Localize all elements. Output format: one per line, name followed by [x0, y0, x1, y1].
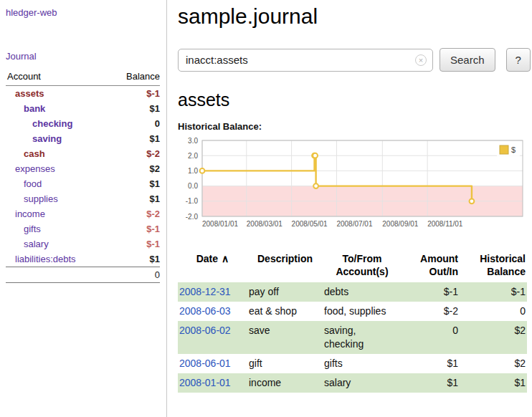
- search-input-wrap: ×: [178, 49, 433, 72]
- header-line: To/From: [324, 252, 400, 265]
- svg-text:2008/05/01: 2008/05/01: [292, 220, 328, 228]
- account-link[interactable]: checking: [32, 118, 72, 129]
- transaction-date-link[interactable]: 2008-01-01: [179, 377, 231, 388]
- legend-label: $: [511, 145, 516, 154]
- svg-text:2008/01/01: 2008/01/01: [202, 220, 238, 228]
- account-row: expenses$2: [6, 161, 160, 176]
- transaction-accounts: salary: [323, 373, 402, 393]
- account-column-header: Account: [6, 71, 108, 86]
- svg-text:2008/11/01: 2008/11/01: [427, 220, 463, 228]
- transaction-accounts: saving,checking: [323, 321, 402, 354]
- transaction-description: pay off: [247, 282, 323, 302]
- transaction-date-cell: 2008-06-02: [178, 321, 247, 354]
- account-total-value: 0: [108, 267, 160, 283]
- help-button[interactable]: ?: [506, 48, 531, 72]
- svg-text:-1.0: -1.0: [186, 197, 199, 205]
- account-name-cell: cash: [6, 146, 108, 161]
- transaction-date-link[interactable]: 2008-12-31: [179, 286, 231, 297]
- account-name-cell: bank: [6, 101, 108, 116]
- legend-swatch: [500, 145, 508, 154]
- header-line: Out/In: [403, 265, 458, 278]
- transaction-amount: $1: [402, 354, 460, 373]
- clear-search-icon[interactable]: ×: [415, 54, 427, 66]
- transaction-date-link[interactable]: 2008-06-02: [179, 325, 231, 336]
- account-row: liabilities:debts$1: [6, 251, 160, 267]
- balance-chart: -2.0-1.00.01.02.03.02008/01/012008/03/01…: [178, 136, 531, 240]
- account-name-cell: checking: [6, 116, 108, 131]
- transaction-date-cell: 2008-12-31: [178, 282, 247, 302]
- register-row: 2008-06-03eat & shopfood, supplies$-20: [178, 302, 527, 321]
- account-row: checking0: [6, 116, 160, 131]
- account-link[interactable]: liabilities:debts: [15, 254, 76, 264]
- account-balance: $-1: [108, 86, 160, 102]
- transaction-description: gift: [247, 354, 323, 373]
- account-row: saving$1: [6, 131, 160, 146]
- register-column-header: HistoricalBalance: [460, 251, 527, 282]
- account-row: cash$-2: [6, 146, 160, 161]
- register-column-header[interactable]: Date∧: [178, 251, 247, 282]
- account-link[interactable]: supplies: [24, 193, 58, 204]
- header-line: Amount: [403, 252, 458, 265]
- transaction-running-balance: 0: [460, 302, 527, 321]
- account-link[interactable]: bank: [24, 103, 45, 114]
- transaction-date-cell: 2008-06-01: [178, 354, 247, 373]
- account-link[interactable]: food: [24, 178, 42, 189]
- sidebar: hledger-web Journal Account Balance asse…: [0, 0, 167, 417]
- search-input[interactable]: [178, 49, 433, 72]
- search-bar: × Search ?: [178, 48, 531, 72]
- account-name-cell: gifts: [6, 221, 108, 236]
- account-balance: $-2: [108, 206, 160, 221]
- account-total-spacer: [6, 267, 108, 283]
- register-table: Date∧DescriptionTo/FromAccount(s)AmountO…: [178, 251, 527, 393]
- account-link[interactable]: gifts: [24, 224, 41, 234]
- header-line: Date∧: [179, 252, 246, 265]
- header-line: Historical: [461, 252, 526, 265]
- account-balance: $1: [108, 176, 160, 191]
- account-link[interactable]: assets: [15, 88, 44, 99]
- header-line: Account(s): [324, 265, 400, 278]
- account-tree: Account Balance assets$-1bank$1checking0…: [6, 71, 160, 283]
- transaction-accounts: food, supplies: [323, 302, 402, 321]
- transaction-date-link[interactable]: 2008-06-03: [179, 305, 231, 317]
- account-balance: $1: [108, 131, 160, 146]
- transaction-description: save: [247, 321, 323, 354]
- account-link[interactable]: cash: [24, 148, 45, 159]
- transaction-accounts: debts: [323, 282, 402, 302]
- account-row: bank$1: [6, 101, 160, 116]
- svg-text:1.0: 1.0: [188, 167, 198, 175]
- account-name-cell: expenses: [6, 161, 108, 176]
- transaction-running-balance: $2: [460, 354, 527, 373]
- account-tree-body: assets$-1bank$1checking0saving$1cash$-2e…: [6, 86, 160, 267]
- account-name-cell: assets: [6, 86, 108, 102]
- account-balance: $-1: [108, 221, 160, 236]
- account-row: salary$-1: [6, 236, 160, 251]
- transaction-description: eat & shop: [247, 302, 323, 321]
- account-link[interactable]: expenses: [15, 163, 55, 174]
- transaction-date-cell: 2008-01-01: [178, 373, 247, 393]
- register-row: 2008-12-31pay offdebts$-1$-1: [178, 282, 527, 302]
- nav-journal-link[interactable]: Journal: [6, 51, 160, 62]
- svg-text:2008/09/01: 2008/09/01: [382, 220, 418, 228]
- account-balance: $-1: [108, 236, 160, 251]
- account-balance: $1: [108, 191, 160, 206]
- register-column-header: To/FromAccount(s): [323, 251, 402, 282]
- register-head-row: Date∧DescriptionTo/FromAccount(s)AmountO…: [178, 251, 527, 282]
- register-body: 2008-12-31pay offdebts$-1$-12008-06-03ea…: [178, 282, 527, 392]
- account-total-row: 0: [6, 267, 160, 283]
- account-row: supplies$1: [6, 191, 160, 206]
- app-root: hledger-web Journal Account Balance asse…: [0, 0, 532, 417]
- transaction-description: income: [247, 373, 323, 393]
- transaction-date-link[interactable]: 2008-06-01: [179, 358, 231, 369]
- account-link[interactable]: salary: [24, 239, 49, 249]
- transaction-date-cell: 2008-06-03: [178, 302, 247, 321]
- account-link[interactable]: income: [15, 208, 45, 219]
- register-row: 2008-06-02savesaving,checking0$2: [178, 321, 527, 354]
- svg-text:-2.0: -2.0: [186, 213, 199, 221]
- transaction-amount: $-2: [402, 302, 460, 321]
- brand-link[interactable]: hledger-web: [6, 7, 160, 18]
- search-button[interactable]: Search: [440, 48, 495, 72]
- account-link[interactable]: saving: [32, 133, 62, 144]
- sort-asc-icon: ∧: [222, 253, 229, 264]
- transaction-accounts: gifts: [323, 354, 402, 373]
- register-column-header: Description: [247, 251, 323, 282]
